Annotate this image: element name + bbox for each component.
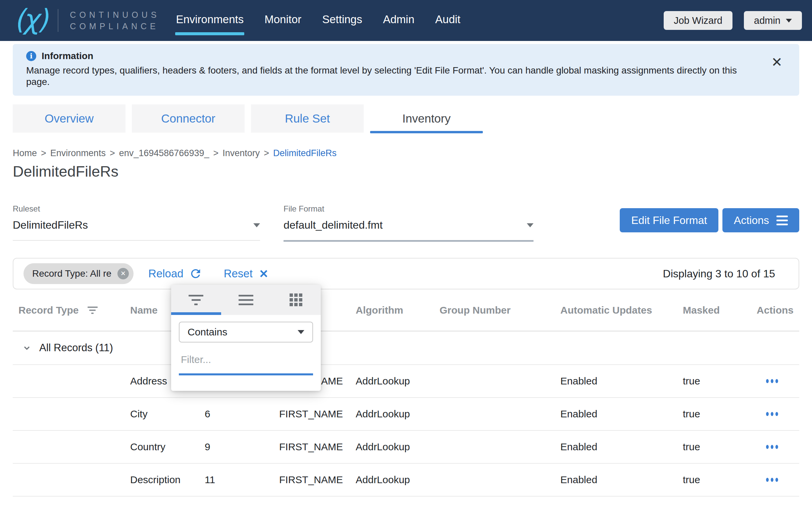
chevron-down-icon	[298, 330, 304, 334]
more-options-icon	[766, 412, 769, 416]
breadcrumb-environments[interactable]: Environments	[50, 148, 106, 158]
edit-file-format-button[interactable]: Edit File Format	[620, 208, 718, 232]
banner-header: i Information	[26, 51, 759, 61]
wordmark-line1: CONTINUOUS	[70, 9, 160, 20]
chip-remove-icon[interactable]: ✕	[117, 268, 129, 279]
form-buttons: Edit File Format Actions	[620, 208, 799, 232]
user-menu-label: admin	[754, 15, 780, 26]
cell-automatic-updates: Enabled	[560, 375, 683, 387]
filter-bar: Record Type: All re ✕ Reload Reset Displ…	[13, 258, 799, 289]
breadcrumb-inventory[interactable]: Inventory	[222, 148, 260, 158]
breadcrumb-separator: >	[213, 148, 218, 158]
column-filter-popup: Contains	[171, 285, 321, 391]
info-icon: i	[26, 51, 36, 61]
cell-algorithm: AddrLookup	[356, 474, 440, 486]
job-wizard-label: Job Wizard	[674, 15, 722, 26]
reset-button[interactable]: Reset	[224, 267, 269, 280]
cell-domain: FIRST_NAME	[279, 408, 356, 420]
user-menu-button[interactable]: admin	[744, 11, 802, 30]
pagination-status: Displaying 3 to 10 of 15	[663, 268, 775, 280]
breadcrumb-environment-name[interactable]: env_1694586766939_	[119, 148, 209, 158]
breadcrumb-separator: >	[41, 148, 46, 158]
filter-popup-tabs	[171, 285, 321, 315]
filter-chip-label: Record Type: All re	[32, 268, 111, 279]
more-options-icon	[766, 445, 769, 449]
cell-automatic-updates: Enabled	[560, 408, 683, 420]
file-format-select[interactable]: File Format default_delimited.fmt	[284, 204, 534, 242]
popup-tab-grid[interactable]	[271, 285, 321, 315]
table-row: EmployeeID 2 FIRST_NAME AddrLookup Enabl…	[13, 497, 799, 507]
breadcrumb-separator: >	[264, 148, 269, 158]
chevron-down-icon	[786, 19, 792, 22]
ruleset-select[interactable]: Ruleset DelimitedFileRs	[13, 204, 260, 241]
file-format-value: default_delimited.fmt	[284, 219, 383, 231]
cell-domain: FIRST_NAME	[279, 441, 356, 453]
column-header-automatic-updates: Automatic Updates	[560, 305, 683, 316]
popup-tab-list[interactable]	[221, 285, 271, 315]
tab-rule-set[interactable]: Rule Set	[251, 104, 364, 133]
chevron-down-icon	[253, 223, 260, 227]
column-header-record-type: Record Type	[13, 305, 130, 316]
filter-popup-body: Contains	[171, 315, 321, 375]
reset-label: Reset	[224, 267, 253, 280]
cell-name: Description	[130, 474, 205, 486]
header-actions: Job Wizard admin	[664, 11, 802, 30]
record-type-filter-chip[interactable]: Record Type: All re ✕	[23, 263, 134, 284]
wordmark-line2: COMPLIANCE	[70, 20, 160, 32]
list-icon	[239, 295, 253, 305]
ruleset-label: Ruleset	[13, 204, 260, 214]
filter-operator-select[interactable]: Contains	[179, 322, 313, 342]
cell-automatic-updates: Enabled	[560, 441, 683, 453]
table-row: Description 11 FIRST_NAME AddrLookup Ena…	[13, 464, 799, 497]
filter-input[interactable]	[179, 342, 313, 375]
cell-masked: true	[683, 375, 757, 387]
tab-connector[interactable]: Connector	[132, 104, 245, 133]
cell-name: Country	[130, 441, 205, 453]
nav-item-environments[interactable]: Environments	[176, 13, 244, 28]
filter-list-icon[interactable]	[88, 307, 98, 314]
brand-wordmark: CONTINUOUS COMPLIANCE	[58, 9, 160, 32]
job-wizard-button[interactable]: Job Wizard	[664, 11, 732, 30]
tab-inventory[interactable]: Inventory	[370, 104, 483, 133]
row-actions-button[interactable]	[757, 379, 799, 383]
cell-name: City	[130, 408, 205, 420]
filter-input-wrap	[179, 342, 313, 375]
nav-item-audit[interactable]: Audit	[435, 13, 460, 28]
column-header-actions: Actions	[757, 305, 799, 316]
cell-algorithm: AddrLookup	[356, 408, 440, 420]
nav-item-monitor[interactable]: Monitor	[264, 13, 301, 28]
breadcrumb: Home>Environments>env_1694586766939_>Inv…	[13, 148, 799, 158]
cell-number: 6	[205, 408, 279, 420]
close-icon	[258, 268, 269, 279]
ruleset-form-row: Ruleset DelimitedFileRs File Format defa…	[13, 204, 799, 242]
table-row: Country 9 FIRST_NAME AddrLookup Enabled …	[13, 431, 799, 464]
row-actions-button[interactable]	[757, 478, 799, 482]
row-actions-button[interactable]	[757, 445, 799, 449]
nav-item-settings[interactable]: Settings	[322, 13, 362, 28]
actions-button[interactable]: Actions	[722, 208, 799, 232]
cell-automatic-updates: Enabled	[560, 474, 683, 486]
tab-overview[interactable]: Overview	[13, 104, 125, 133]
breadcrumb-home[interactable]: Home	[13, 148, 37, 158]
chevron-down-icon[interactable]	[22, 343, 32, 353]
table-row: City 6 FIRST_NAME AddrLookup Enabled tru…	[13, 398, 799, 431]
group-row-label: All Records (11)	[39, 342, 113, 354]
popup-tab-filter[interactable]	[171, 285, 221, 315]
filter-operator-value: Contains	[188, 326, 227, 338]
nav-item-admin[interactable]: Admin	[383, 13, 414, 28]
environment-tabs: Overview Connector Rule Set Inventory	[13, 104, 812, 133]
close-icon[interactable]: ✕	[771, 56, 782, 68]
breadcrumb-separator: >	[110, 148, 115, 158]
reload-button[interactable]: Reload	[148, 267, 202, 280]
delphix-logo-icon[interactable]: (χ)	[14, 6, 46, 33]
menu-icon	[776, 216, 788, 225]
actions-label: Actions	[734, 214, 769, 227]
cell-masked: true	[683, 408, 757, 420]
breadcrumb-current[interactable]: DelimitedFileRs	[273, 148, 337, 158]
more-options-icon	[766, 379, 769, 383]
table-row: Address FIRST_NAME AddrLookup Enabled tr…	[13, 365, 799, 398]
cell-number: 11	[205, 474, 279, 486]
grid-icon	[290, 293, 302, 306]
column-header-masked: Masked	[683, 305, 757, 316]
row-actions-button[interactable]	[757, 412, 799, 416]
